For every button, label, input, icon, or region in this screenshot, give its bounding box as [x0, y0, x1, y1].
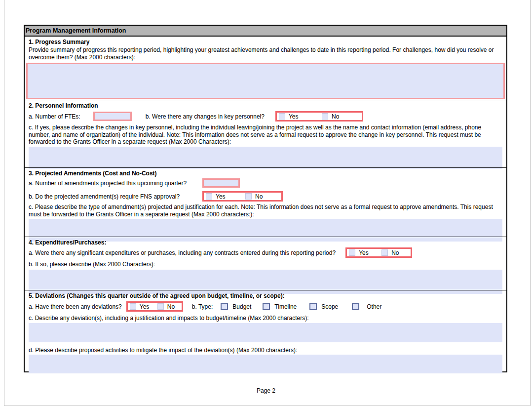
- amendments-description-label: c. Please describe the type of amendment…: [29, 203, 502, 218]
- expenditures-yes-option[interactable]: Yes: [347, 249, 380, 256]
- other-label: Other: [367, 303, 381, 310]
- fns-approval-radio-group: Yes No: [202, 191, 283, 202]
- deviations-question-label: a. Have there been any deviations?: [29, 303, 122, 310]
- key-personnel-question-label: b. Were there any changes in key personn…: [146, 113, 265, 120]
- deviations-mitigation-label: d. Please describe proposed activities t…: [29, 347, 502, 354]
- checkbox-icon[interactable]: [352, 303, 359, 310]
- key-personnel-yes-option[interactable]: Yes: [277, 113, 320, 120]
- personnel-change-description-label: c. If yes, please describe the changes i…: [29, 124, 502, 146]
- progress-summary-textarea[interactable]: [26, 63, 505, 99]
- checkbox-icon[interactable]: [221, 303, 228, 310]
- deviation-type-budget[interactable]: Budget: [221, 303, 251, 310]
- no-label: No: [255, 193, 263, 200]
- yes-label: Yes: [359, 249, 369, 256]
- deviation-type-other[interactable]: Other: [352, 303, 381, 310]
- deviations-describe-textarea[interactable]: [29, 323, 502, 342]
- yes-label: Yes: [216, 193, 226, 200]
- fns-approval-yes-option[interactable]: Yes: [204, 193, 243, 200]
- expenditures-question-label: a. Were there any significant expenditur…: [29, 249, 336, 256]
- deviations-radio-group: Yes No: [126, 301, 183, 312]
- section-expenditures-purchases: 4. Expenditures/Purchases: a. Were there…: [25, 237, 506, 290]
- deviation-type-scope[interactable]: Scope: [309, 303, 338, 310]
- amendments-count-label: a. Number of amendments projected this u…: [29, 180, 202, 187]
- expenditures-describe-label: b. If so, please describe (Max 2000 Char…: [29, 261, 502, 268]
- amendments-count-input[interactable]: [202, 178, 240, 188]
- key-personnel-change-radio-group: Yes No: [275, 111, 363, 122]
- no-label: No: [167, 303, 175, 310]
- personnel-change-textarea[interactable]: [29, 147, 502, 169]
- deviations-describe-label: c. Describe any deviation(s), including …: [29, 315, 502, 322]
- checkbox-icon[interactable]: [245, 193, 252, 200]
- section-deviations: 5. Deviations (Changes this quarter outs…: [25, 290, 506, 371]
- deviations-no-option[interactable]: No: [155, 303, 182, 310]
- deviations-yes-option[interactable]: Yes: [128, 303, 155, 310]
- deviations-mitigation-textarea[interactable]: [29, 355, 502, 373]
- yes-label: Yes: [140, 303, 150, 310]
- section-projected-amendments: 3. Projected Amendments (Cost and No-Cos…: [25, 167, 506, 237]
- checkbox-icon[interactable]: [130, 303, 136, 310]
- amendments-heading: 3. Projected Amendments (Cost and No-Cos…: [29, 170, 502, 177]
- checkbox-icon[interactable]: [349, 249, 355, 256]
- checkbox-icon[interactable]: [381, 249, 388, 256]
- fns-approval-question-label: b. Do the projected amendment(s) require…: [29, 193, 202, 200]
- expenditures-no-option[interactable]: No: [380, 249, 411, 256]
- checkbox-icon[interactable]: [309, 303, 317, 310]
- deviations-heading: 5. Deviations (Changes this quarter outs…: [29, 292, 502, 299]
- personnel-heading: 2. Personnel Information: [29, 102, 502, 109]
- program-management-form: Program Management Information 1. Progre…: [24, 25, 507, 372]
- fns-approval-no-option[interactable]: No: [243, 193, 281, 200]
- no-label: No: [332, 113, 339, 120]
- timeline-label: Timeline: [274, 303, 297, 310]
- section-personnel-information: 2. Personnel Information a. Number of FT…: [25, 100, 506, 167]
- key-personnel-no-option[interactable]: No: [320, 113, 362, 120]
- checkbox-icon[interactable]: [322, 113, 328, 120]
- expenditures-radio-group: Yes No: [345, 247, 412, 258]
- section-progress-summary: 1. Progress Summary Provide summary of p…: [25, 37, 506, 100]
- scope-label: Scope: [321, 303, 338, 310]
- deviation-type-label: b. Type:: [192, 303, 213, 310]
- checkbox-icon[interactable]: [263, 303, 270, 310]
- form-section-title: Program Management Information: [25, 26, 506, 37]
- ftes-input[interactable]: [93, 112, 132, 121]
- checkbox-icon[interactable]: [279, 113, 285, 120]
- deviation-type-timeline[interactable]: Timeline: [263, 303, 297, 310]
- no-label: No: [391, 249, 399, 256]
- progress-summary-heading: 1. Progress Summary: [29, 39, 502, 45]
- expenditures-heading: 4. Expenditures/Purchases:: [29, 239, 502, 246]
- checkbox-icon[interactable]: [157, 303, 164, 310]
- page-number: Page 2: [0, 387, 532, 394]
- budget-label: Budget: [232, 303, 251, 310]
- progress-summary-description: Provide summary of progress this reporti…: [29, 46, 502, 61]
- yes-label: Yes: [289, 113, 299, 120]
- checkbox-icon[interactable]: [206, 193, 212, 200]
- ftes-label: a. Number of FTEs:: [29, 113, 80, 120]
